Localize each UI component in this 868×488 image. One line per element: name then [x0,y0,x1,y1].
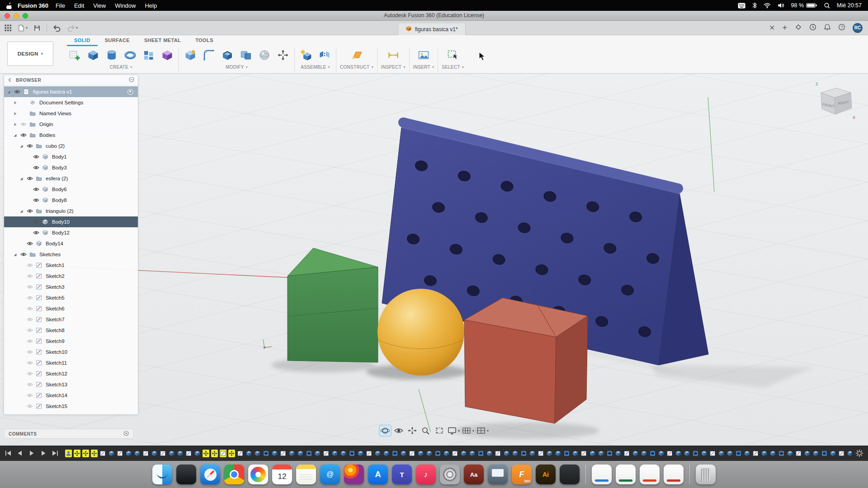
group-label-construct[interactable]: CONSTRUCT [340,65,373,70]
tree-item-body6[interactable]: Body6 [4,184,138,195]
tree-item-sketch14[interactable]: Sketch14 [4,390,138,401]
window-close-button[interactable] [5,13,10,19]
fillet-button[interactable] [201,47,217,63]
dock-calendar-icon[interactable]: 12 [272,465,292,484]
grid-and-snap-button[interactable] [462,425,474,436]
visibility-eye-icon[interactable] [32,220,40,224]
bluetooth-icon[interactable] [752,2,757,9]
visibility-eye-icon[interactable] [19,133,27,137]
tree-item-sketch8[interactable]: Sketch8 [4,325,138,336]
timeline-cube-feature[interactable] [443,450,450,457]
timeline-sketch-feature[interactable] [580,450,587,457]
dock-trash-icon[interactable] [696,465,716,484]
timeline-hole-feature[interactable] [606,450,613,457]
timeline-cube-feature[interactable] [177,450,184,457]
tree-item-named-views[interactable]: Named Views [4,108,138,119]
timeline-sketch-feature[interactable] [185,450,192,457]
visibility-eye-icon[interactable] [32,165,40,170]
display-settings-button[interactable] [447,425,460,436]
dock-photos-icon[interactable] [248,465,268,484]
expand-arrow[interactable] [6,90,11,94]
file-menu-icon[interactable] [18,24,28,32]
timeline-sketch-feature[interactable] [752,450,759,457]
timeline-move-feature[interactable] [82,450,89,457]
plane-button[interactable] [349,47,364,63]
menu-edit[interactable]: Edit [70,2,89,9]
viewports-button[interactable] [476,425,489,436]
visibility-eye-icon[interactable] [26,306,33,311]
visibility-eye-icon[interactable] [26,317,33,322]
tree-item-body1[interactable]: Body1 [4,151,138,162]
visibility-eye-icon[interactable] [26,393,33,398]
timeline-cube-feature[interactable] [297,450,304,457]
material-button[interactable] [257,47,272,63]
user-avatar[interactable]: RC [853,23,863,33]
timeline-hole-feature[interactable] [520,450,527,457]
tab-tools[interactable]: TOOLS [188,35,221,46]
timeline-sketch-feature[interactable] [838,450,845,457]
timeline-sketch-feature[interactable] [160,450,166,457]
expand-arrow[interactable] [12,133,18,137]
window-minimize-button[interactable] [14,13,19,19]
notifications-bell-icon[interactable] [824,23,831,33]
expand-arrow[interactable] [12,101,18,105]
menu-view[interactable]: View [89,2,110,9]
visibility-eye-icon[interactable] [26,263,33,267]
timeline-cube-feature[interactable] [615,450,622,457]
save-button[interactable] [33,24,41,32]
timeline-cube-feature[interactable] [194,450,201,457]
tree-item-body14[interactable]: Body14 [4,238,138,249]
timeline-hole-feature[interactable] [477,450,484,457]
menu-file[interactable]: File [51,2,70,9]
dock-doc-icon[interactable] [592,465,612,484]
timeline-hole-feature[interactable] [392,450,398,457]
group-label-inspect[interactable]: INSPECT [381,65,406,70]
visibility-eye-icon[interactable] [13,89,21,94]
timeline-cube-feature[interactable] [271,450,278,457]
timeline-cube-feature[interactable] [125,450,132,457]
tree-item-body12[interactable]: Body12 [4,227,138,238]
timeline-sketch-feature[interactable] [142,450,149,457]
battery-status[interactable]: 98 % [791,2,818,9]
tree-item-body10[interactable]: Body10 [4,216,138,227]
3d-viewport[interactable]: Z FRONT RIGHT X BROWSER figuras basica v… [0,74,868,446]
visibility-eye-icon[interactable] [26,241,33,246]
timeline-cube-feature[interactable] [632,450,639,457]
close-tab-icon[interactable] [769,24,775,32]
skip-start-button[interactable] [5,450,12,456]
timeline-cube-feature[interactable] [744,450,750,457]
dock-fusion-icon[interactable]: F360 [512,465,532,484]
view-cube[interactable]: Z FRONT RIGHT X [813,78,860,125]
timeline-cube-feature[interactable] [830,450,836,457]
tree-item-sketch2[interactable]: Sketch2 [4,271,138,282]
timeline-sketch-feature[interactable] [795,450,802,457]
dock-darkapp-icon[interactable] [560,465,580,484]
timeline-sketch-feature[interactable] [495,450,501,457]
group-label-create[interactable]: CREATE [110,65,132,70]
collapse-browser-icon[interactable] [8,76,12,84]
timeline-cube-feature[interactable] [804,450,811,457]
menu-bar-clock[interactable]: Mié 20:57 [837,2,862,9]
red-cube[interactable] [464,298,588,423]
timeline-cube-feature[interactable] [357,450,364,457]
timeline-cube-feature[interactable] [684,450,690,457]
visibility-eye-icon[interactable] [32,187,40,192]
visibility-eye-icon[interactable] [26,176,33,181]
tab-surface[interactable]: SURFACE [98,35,137,46]
timeline-cube-feature[interactable] [641,450,647,457]
timeline-cube-feature[interactable] [769,450,776,457]
timeline-cube-feature[interactable] [288,450,295,457]
dock-mail-icon[interactable]: @ [320,465,340,484]
timeline-cube-feature[interactable] [572,450,579,457]
joint-button[interactable] [317,47,332,63]
timeline-hole-feature[interactable] [263,450,269,457]
timeline-sketch-feature[interactable] [452,450,458,457]
timeline-sketch-feature[interactable] [366,450,373,457]
visibility-eye-icon[interactable] [26,285,33,289]
timeline-cube-feature[interactable] [512,450,519,457]
tree-item-esfera-2[interactable]: esfera (2) [4,173,138,184]
combine-button[interactable] [238,47,254,63]
visibility-eye-icon[interactable] [26,144,33,148]
expand-arrow[interactable] [12,112,18,116]
dock-doc-icon[interactable] [640,465,660,484]
